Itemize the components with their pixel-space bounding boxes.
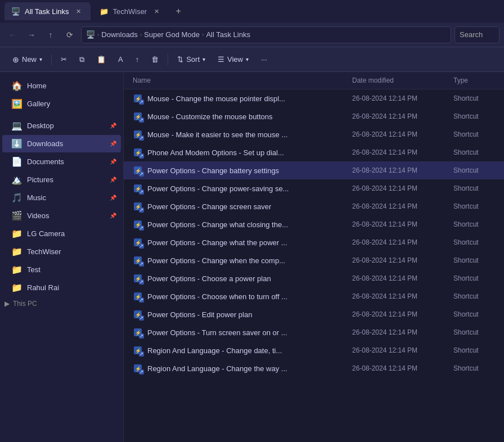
address-bar: ← → ↑ ⟳ 🖥️ › Downloads › Super God Mode … [0, 22, 504, 47]
downloads-pin-icon: 📌 [110, 141, 116, 147]
file-name-text: Power Options - Choose a power plan [147, 274, 271, 283]
file-type: Shortcut [449, 362, 500, 375]
svg-text:⚡: ⚡ [135, 132, 142, 138]
sidebar-item-downloads[interactable]: ⬇️ Downloads 📌 [2, 135, 121, 152]
sidebar-item-desktop[interactable]: 💻 Desktop 📌 [2, 117, 121, 134]
refresh-button[interactable]: ⟳ [62, 27, 78, 43]
file-shortcut-icon: ⚡ [133, 363, 143, 373]
new-chevron: ▾ [39, 56, 42, 62]
breadcrumb-downloads[interactable]: Downloads [101, 30, 137, 39]
techwiser-folder-icon: 📁 [11, 246, 21, 257]
table-row[interactable]: ⚡Mouse - Change the mouse pointer displ.… [124, 89, 504, 107]
file-type: Shortcut [449, 128, 500, 141]
paste-button[interactable]: 📋 [91, 51, 111, 68]
new-icon: ⊕ [12, 55, 19, 64]
file-name-text: Mouse - Customize the mouse buttons [147, 112, 273, 121]
new-tab-button[interactable]: + [170, 3, 186, 19]
home-icon: 🏠 [11, 80, 21, 91]
cut-button[interactable]: ✂ [55, 51, 73, 68]
svg-text:⚡: ⚡ [135, 312, 142, 318]
file-type: Shortcut [449, 146, 500, 159]
sort-button[interactable]: ⇅ Sort ▾ [172, 51, 211, 68]
gallery-icon: 🖼️ [11, 98, 21, 109]
table-row[interactable]: ⚡Power Options - Change screen saver26-0… [124, 197, 504, 215]
breadcrumb[interactable]: 🖥️ › Downloads › Super God Mode › All Ta… [81, 26, 451, 43]
file-name-text: Mouse - Make it easier to see the mouse … [147, 130, 287, 139]
table-row[interactable]: ⚡Mouse - Customize the mouse buttons26-0… [124, 107, 504, 125]
file-name-cell: ⚡Power Options - Change what closing the… [128, 217, 348, 232]
column-date[interactable]: Date modified [348, 74, 449, 87]
copy-icon: ⧉ [79, 55, 84, 64]
more-button[interactable]: ··· [255, 51, 273, 68]
table-row[interactable]: ⚡Power Options - Choose a power plan26-0… [124, 269, 504, 287]
file-type: Shortcut [449, 254, 500, 267]
new-button[interactable]: ⊕ New ▾ [7, 51, 48, 68]
breadcrumb-super-god-mode[interactable]: Super God Mode [144, 30, 200, 39]
sidebar-item-this-pc[interactable]: ▶ This PC [0, 297, 123, 310]
breadcrumb-all-task-links[interactable]: All Task Links [206, 30, 250, 39]
sort-icon: ⇅ [177, 55, 183, 64]
delete-button[interactable]: 🗑 [146, 51, 164, 68]
table-row[interactable]: ⚡Power Options - Change battery settings… [124, 161, 504, 179]
table-row[interactable]: ⚡Mouse - Make it easier to see the mouse… [124, 125, 504, 143]
tab-techwiser[interactable]: 📁 TechWiser ✕ [93, 2, 169, 20]
sidebar-gallery-label: Gallery [27, 100, 50, 108]
back-button[interactable]: ← [4, 27, 20, 43]
table-row[interactable]: ⚡Power Options - Change power-saving se.… [124, 179, 504, 197]
table-row[interactable]: ⚡Power Options - Choose when to turn off… [124, 287, 504, 305]
svg-text:⚡: ⚡ [135, 276, 142, 282]
sidebar-item-test[interactable]: 📁 Test [2, 261, 121, 278]
sidebar-item-techwiser[interactable]: 📁 TechWiser [2, 243, 121, 260]
sidebar-item-videos[interactable]: 🎬 Videos 📌 [2, 207, 121, 224]
file-name-cell: ⚡Power Options - Change when the comp... [128, 253, 348, 268]
documents-icon: 📄 [11, 156, 21, 167]
sidebar-pictures-label: Pictures [27, 175, 53, 184]
sidebar-item-rahul-rai[interactable]: 📁 Rahul Rai [2, 279, 121, 296]
table-row[interactable]: ⚡Power Options - Turn screen saver on or… [124, 323, 504, 341]
table-row[interactable]: ⚡Power Options - Change when the comp...… [124, 251, 504, 269]
file-name-cell: ⚡Mouse - Make it easier to see the mouse… [128, 127, 348, 142]
table-row[interactable]: ⚡Phone And Modem Options - Set up dial..… [124, 143, 504, 161]
rename-button[interactable]: A [112, 51, 129, 68]
svg-text:⚡: ⚡ [135, 330, 142, 336]
rahul-rai-icon: 📁 [11, 282, 21, 293]
file-type: Shortcut [449, 92, 500, 105]
sidebar-item-gallery[interactable]: 🖼️ Gallery [2, 95, 121, 112]
sidebar-rahul-rai-label: Rahul Rai [27, 283, 59, 292]
file-shortcut-icon: ⚡ [133, 327, 143, 337]
view-label: View [227, 55, 243, 64]
rename-icon: A [118, 55, 123, 64]
forward-button[interactable]: → [24, 27, 39, 43]
this-pc-expand-icon: ▶ [4, 300, 10, 308]
documents-pin-icon: 📌 [110, 159, 116, 165]
table-row[interactable]: ⚡Power Options - Change what the power .… [124, 233, 504, 251]
file-type: Shortcut [449, 290, 500, 303]
sidebar-item-lg-camera[interactable]: 📁 LG Camera [2, 225, 121, 242]
sidebar-item-documents[interactable]: 📄 Documents 📌 [2, 153, 121, 170]
table-row[interactable]: ⚡Power Options - Change what closing the… [124, 215, 504, 233]
view-button[interactable]: ☰ View ▾ [212, 51, 254, 68]
search-box[interactable]: Search [454, 26, 500, 43]
tab-close-techwiser[interactable]: ✕ [151, 6, 161, 16]
sidebar-techwiser-label: TechWiser [27, 247, 61, 256]
column-type[interactable]: Type [449, 74, 500, 87]
file-type: Shortcut [449, 236, 500, 249]
share-button[interactable]: ↑ [130, 51, 145, 68]
table-row[interactable]: ⚡Power Options - Edit power plan26-08-20… [124, 305, 504, 323]
sidebar-item-music[interactable]: 🎵 Music 📌 [2, 189, 121, 206]
file-name-text: Mouse - Change the mouse pointer displ..… [147, 94, 285, 103]
file-type: Shortcut [449, 272, 500, 285]
tab-all-task-links[interactable]: 🖥️ All Task Links ✕ [4, 2, 91, 20]
sidebar-item-home[interactable]: 🏠 Home [2, 77, 121, 94]
svg-text:⚡: ⚡ [135, 168, 142, 174]
file-name-text: Region And Language - Change the way ... [147, 364, 287, 373]
file-name-text: Power Options - Change what the power ..… [147, 238, 287, 247]
table-row[interactable]: ⚡Region And Language - Change date, ti..… [124, 341, 504, 359]
tab-close-all-task-links[interactable]: ✕ [74, 6, 84, 16]
downloads-icon: ⬇️ [11, 138, 21, 149]
copy-button[interactable]: ⧉ [74, 51, 90, 68]
sidebar-item-pictures[interactable]: 🏔️ Pictures 📌 [2, 171, 121, 188]
column-name[interactable]: Name [128, 74, 348, 87]
up-button[interactable]: ↑ [43, 27, 58, 43]
table-row[interactable]: ⚡Region And Language - Change the way ..… [124, 359, 504, 377]
